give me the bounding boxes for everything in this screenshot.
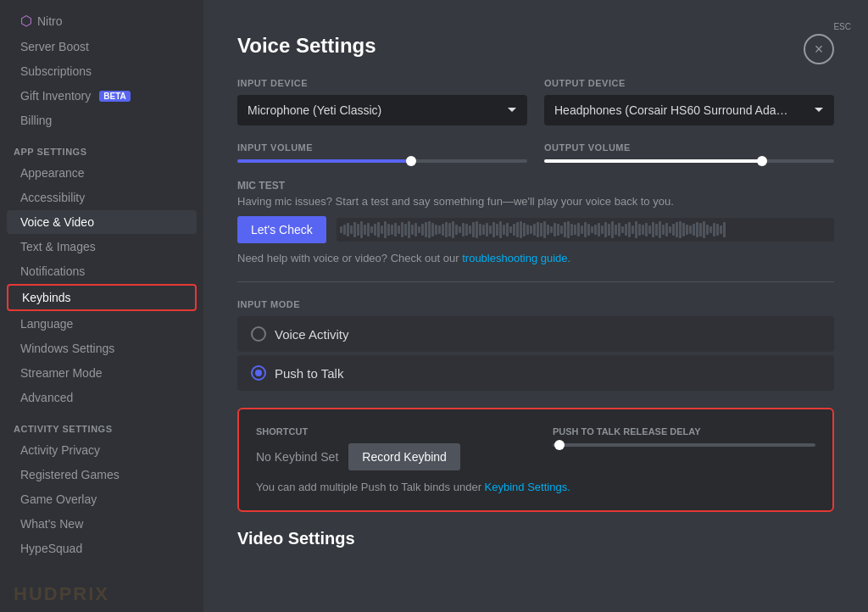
sidebar-item-game-overlay[interactable]: Game Overlay xyxy=(7,487,197,511)
output-volume-slider[interactable] xyxy=(544,159,834,163)
device-row: INPUT DEVICE Microphone (Yeti Classic) O… xyxy=(237,78,834,125)
waveform-bar xyxy=(391,225,393,235)
output-volume-fill xyxy=(544,159,762,163)
output-volume-thumb[interactable] xyxy=(757,156,767,166)
sidebar-item-streamer-mode[interactable]: Streamer Mode xyxy=(7,361,197,385)
troubleshoot-link[interactable]: troubleshooting guide. xyxy=(462,252,570,264)
sidebar-item-notifications[interactable]: Notifications xyxy=(7,259,197,283)
waveform-bar xyxy=(438,225,441,234)
sidebar-item-label-language: Language xyxy=(20,317,73,331)
waveform-bar xyxy=(709,226,712,233)
waveform-bar xyxy=(499,221,502,238)
input-volume-slider[interactable] xyxy=(237,159,527,163)
input-volume-fill xyxy=(237,159,411,163)
push-to-talk-option[interactable]: Push to Talk xyxy=(237,355,834,391)
sidebar-item-nitro[interactable]: ⬡Nitro xyxy=(7,8,197,34)
mic-test-description: Having mic issues? Start a test and say … xyxy=(237,195,834,208)
mic-test-label: MIC TEST xyxy=(237,180,834,192)
beta-badge: BETA xyxy=(99,91,130,102)
shortcut-group: SHORTCUT No Keybind Set Record Keybind xyxy=(256,426,519,470)
delay-group: PUSH TO TALK RELEASE DELAY xyxy=(553,426,815,470)
main-content: × ESC Voice Settings INPUT DEVICE Microp… xyxy=(203,0,868,612)
waveform-bar xyxy=(618,223,620,236)
sidebar-item-billing[interactable]: Billing xyxy=(7,108,197,132)
sidebar-item-windows-settings[interactable]: Windows Settings xyxy=(7,337,197,360)
sidebar-item-server-boost[interactable]: Server Boost xyxy=(7,35,197,58)
waveform-bar xyxy=(394,223,397,236)
waveform-bar xyxy=(625,224,627,236)
waveform-bar xyxy=(652,222,654,237)
waveform-bar xyxy=(343,225,346,235)
waveform-bar xyxy=(469,225,471,234)
sidebar-item-keybinds[interactable]: Keybinds xyxy=(7,284,197,311)
waveform-bar xyxy=(465,224,468,236)
waveform-bar xyxy=(462,223,465,236)
sidebar-item-language[interactable]: Language xyxy=(7,312,197,336)
lets-check-button[interactable]: Let's Check xyxy=(237,216,326,243)
keybind-settings-link[interactable]: Keybind Settings. xyxy=(485,481,570,493)
waveform-bar xyxy=(425,222,427,237)
waveform-bar xyxy=(669,226,671,233)
sidebar-item-text-images[interactable]: Text & Images xyxy=(7,235,197,259)
sidebar-item-activity-privacy[interactable]: Activity Privacy xyxy=(7,438,197,462)
delay-thumb[interactable] xyxy=(554,440,565,450)
sidebar-item-label-registered-games: Registered Games xyxy=(20,468,120,481)
waveform-bar xyxy=(706,225,709,235)
shortcut-label: SHORTCUT xyxy=(256,426,519,437)
sidebar-item-subscriptions[interactable]: Subscriptions xyxy=(7,59,197,83)
waveform-bar xyxy=(381,225,383,234)
sidebar-section-app-settings: APP SETTINGS xyxy=(0,133,203,160)
voice-activity-radio[interactable] xyxy=(251,326,266,342)
input-volume-thumb[interactable] xyxy=(406,156,416,166)
waveform-display xyxy=(337,218,834,242)
waveform-bar xyxy=(716,224,719,236)
delay-slider[interactable] xyxy=(553,443,815,447)
sidebar-item-registered-games[interactable]: Registered Games xyxy=(7,463,197,487)
output-device-label: OUTPUT DEVICE xyxy=(544,78,834,88)
waveform-bar xyxy=(377,222,380,237)
push-to-talk-label: Push to Talk xyxy=(275,366,343,381)
waveform-bar xyxy=(550,226,553,233)
sidebar-item-advanced[interactable]: Advanced xyxy=(7,386,197,409)
close-button[interactable]: × xyxy=(804,34,834,64)
sidebar-item-gift-inventory[interactable]: Gift InventoryBETA xyxy=(7,84,197,108)
sidebar-item-label-keybinds: Keybinds xyxy=(22,291,71,304)
waveform-bar xyxy=(598,223,600,236)
sidebar-item-accessibility[interactable]: Accessibility xyxy=(7,186,197,209)
sidebar-item-label-advanced: Advanced xyxy=(20,391,73,404)
waveform-bar xyxy=(445,222,448,237)
waveform-bar xyxy=(428,221,431,238)
waveform-bar xyxy=(703,221,705,238)
waveform-bar xyxy=(509,226,512,233)
waveform-bar xyxy=(577,223,580,236)
sidebar-item-whats-new[interactable]: What's New xyxy=(7,512,197,536)
sidebar-item-label-windows-settings: Windows Settings xyxy=(20,342,114,355)
output-device-select[interactable]: Headphones (Corsair HS60 Surround Ada… xyxy=(544,95,834,125)
sidebar-item-label-hypesquad: HypeSquad xyxy=(20,542,82,555)
waveform-bar xyxy=(503,225,505,235)
input-device-group: INPUT DEVICE Microphone (Yeti Classic) xyxy=(237,78,527,125)
waveform-bar xyxy=(601,225,604,234)
voice-activity-option[interactable]: Voice Activity xyxy=(237,316,834,352)
sidebar-item-label-subscriptions: Subscriptions xyxy=(20,64,92,78)
waveform-bar xyxy=(350,225,353,234)
waveform-bar xyxy=(513,224,515,236)
waveform-bar xyxy=(621,226,624,233)
radio-inner-dot xyxy=(255,370,262,376)
input-device-label: INPUT DEVICE xyxy=(237,78,527,88)
waveform-bar xyxy=(540,223,542,236)
sidebar-item-hypesquad[interactable]: HypeSquad xyxy=(7,537,197,560)
record-keybind-button[interactable]: Record Keybind xyxy=(348,443,460,470)
input-device-select[interactable]: Microphone (Yeti Classic) xyxy=(237,95,527,125)
sidebar-item-appearance[interactable]: Appearance xyxy=(7,161,197,185)
waveform-bar xyxy=(367,223,370,236)
waveform-bar xyxy=(713,223,715,236)
sidebar-item-voice-video[interactable]: Voice & Video xyxy=(7,210,197,234)
waveform-bar xyxy=(570,224,573,236)
waveform-bar xyxy=(360,221,363,238)
esc-label: ESC xyxy=(833,22,851,31)
waveform-bar xyxy=(489,225,492,234)
sidebar-item-label-billing: Billing xyxy=(20,114,52,127)
push-to-talk-radio[interactable] xyxy=(251,365,266,381)
waveform-bar xyxy=(615,225,617,235)
